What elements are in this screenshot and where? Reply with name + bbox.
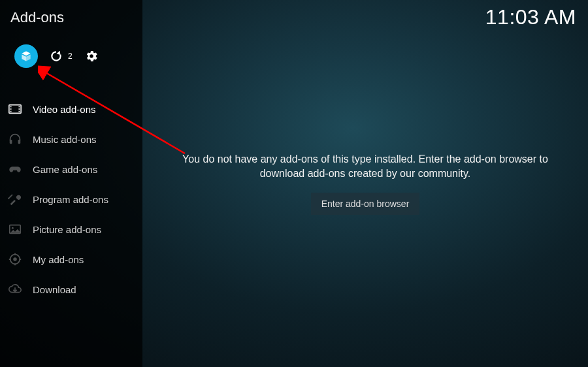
- sidebar-item-download[interactable]: Download: [0, 274, 142, 304]
- svg-rect-9: [18, 140, 21, 144]
- svg-rect-5: [19, 106, 20, 107]
- enter-addon-browser-button[interactable]: Enter add-on browser: [311, 193, 420, 215]
- svg-rect-6: [19, 108, 20, 110]
- sidebar: Add-ons 2 Vide: [0, 0, 142, 367]
- puzzle-gear-icon: [7, 251, 24, 268]
- svg-point-14: [13, 257, 17, 261]
- open-box-icon: [20, 50, 33, 63]
- gamepad-icon: [7, 161, 24, 178]
- page-title: Add-ons: [0, 9, 142, 26]
- sidebar-item-label: Music add-ons: [33, 134, 97, 145]
- settings-button[interactable]: [84, 49, 99, 63]
- gear-icon: [84, 49, 99, 63]
- refresh-button[interactable]: 2: [50, 50, 73, 63]
- refresh-icon: [50, 50, 63, 63]
- sidebar-item-label: Video add-ons: [33, 104, 95, 115]
- image-icon: [7, 221, 24, 238]
- sidebar-item-video-addons[interactable]: Video add-ons: [0, 94, 142, 124]
- sidebar-item-picture-addons[interactable]: Picture add-ons: [0, 214, 142, 244]
- tools-icon: [7, 191, 24, 208]
- open-box-button[interactable]: [14, 44, 38, 68]
- download-icon: [7, 281, 24, 298]
- sidebar-menu: Video add-ons Music add-ons Game add-ons…: [0, 94, 142, 304]
- sidebar-item-label: My add-ons: [33, 254, 84, 265]
- main-content: You do not have any add-ons of this type…: [142, 0, 588, 367]
- svg-rect-10: [8, 194, 13, 199]
- svg-rect-4: [10, 111, 12, 112]
- sidebar-item-my-addons[interactable]: My add-ons: [0, 244, 142, 274]
- headphones-icon: [7, 131, 24, 148]
- sidebar-item-program-addons[interactable]: Program add-ons: [0, 184, 142, 214]
- svg-point-0: [90, 54, 93, 58]
- svg-rect-2: [10, 106, 12, 107]
- svg-rect-8: [10, 140, 12, 144]
- sidebar-item-label: Game add-ons: [33, 164, 97, 175]
- sidebar-toolbar: 2: [0, 26, 142, 85]
- sidebar-item-label: Download: [33, 284, 76, 295]
- sidebar-item-label: Program add-ons: [33, 194, 108, 205]
- sidebar-item-game-addons[interactable]: Game add-ons: [0, 154, 142, 184]
- film-icon: [7, 101, 24, 118]
- refresh-count: 2: [68, 52, 73, 61]
- svg-rect-3: [10, 108, 12, 110]
- svg-rect-7: [19, 111, 20, 112]
- empty-state-message: You do not have any add-ons of this type…: [142, 152, 588, 180]
- svg-point-12: [12, 227, 14, 229]
- sidebar-item-label: Picture add-ons: [33, 224, 101, 235]
- sidebar-item-music-addons[interactable]: Music add-ons: [0, 124, 142, 154]
